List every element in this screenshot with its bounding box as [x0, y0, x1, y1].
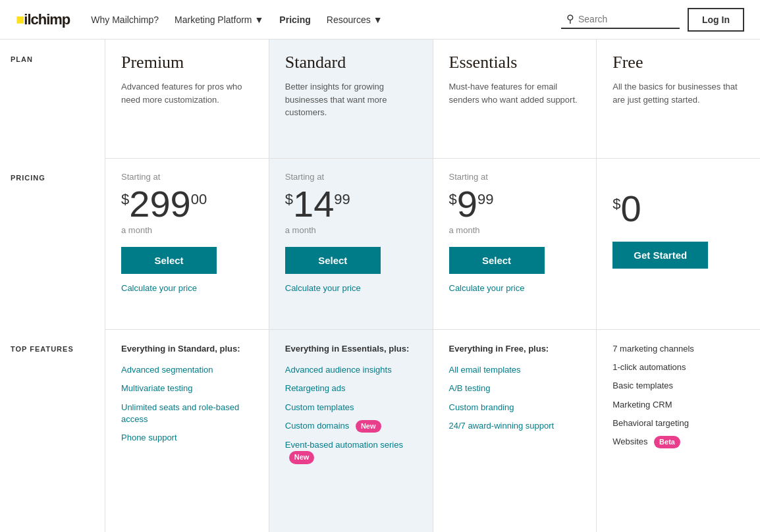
list-item: All email templates	[449, 364, 581, 376]
essentials-calculate-link[interactable]: Calculate your price	[449, 283, 525, 293]
search-icon: ⚲	[566, 13, 574, 25]
essentials-select-button[interactable]: Select	[449, 247, 545, 274]
premium-cents: 00	[191, 191, 207, 208]
essentials-amount: 9	[457, 186, 477, 223]
logo[interactable]: ■ilchimp	[16, 11, 70, 28]
features-row-label: TOP FEATURES	[0, 329, 105, 532]
nav-resources[interactable]: Resources ▼	[327, 14, 383, 25]
standard-calculate-link[interactable]: Calculate your price	[285, 283, 361, 293]
essentials-plan-desc: Must-have features for email senders who…	[449, 80, 581, 106]
standard-plan-column: Standard Better insights for growing bus…	[269, 40, 433, 532]
free-dollar: $	[612, 196, 620, 213]
premium-plan-name: Premium	[121, 53, 253, 72]
list-item: Phone support	[121, 432, 253, 444]
essentials-features: Everything in Free, plus: All email temp…	[433, 329, 597, 532]
list-item: A/B testing	[449, 383, 581, 394]
list-item: Custom templates	[285, 402, 417, 413]
premium-plan-desc: Advanced features for pros who need more…	[121, 80, 253, 106]
free-plan-column: Free All the basics for businesses that …	[597, 40, 760, 532]
free-header: Free All the basics for businesses that …	[597, 40, 760, 158]
free-price-display: $ 0	[612, 190, 641, 227]
list-item: Advanced segmentation	[121, 364, 253, 376]
essentials-price-display: $ 9 99	[449, 186, 494, 223]
premium-header: Premium Advanced features for pros who n…	[105, 40, 269, 158]
free-plan-name: Free	[612, 53, 744, 72]
list-item: Behavioral targeting	[612, 417, 744, 429]
premium-period: a month	[121, 225, 152, 235]
chevron-down-icon: ▼	[373, 14, 383, 25]
standard-select-button[interactable]: Select	[285, 247, 381, 274]
standard-pricing: Starting at $ 14 99 a month Select Calcu…	[269, 158, 433, 329]
list-item: 7 marketing channels	[612, 343, 744, 355]
essentials-dollar: $	[449, 191, 457, 208]
standard-starting-at: Starting at	[285, 172, 324, 182]
nav-pricing[interactable]: Pricing	[279, 14, 310, 25]
list-item: Advanced audience insights	[285, 364, 417, 376]
list-item: 1-click automations	[612, 361, 744, 373]
nav-marketing-platform[interactable]: Marketing Platform ▼	[175, 14, 263, 25]
premium-features: Everything in Standard, plus: Advanced s…	[105, 329, 269, 532]
standard-dollar: $	[285, 191, 293, 208]
premium-dollar: $	[121, 191, 129, 208]
list-item: Marketing CRM	[612, 399, 744, 411]
list-item: Custom domains New	[285, 420, 417, 433]
standard-amount: 14	[293, 186, 334, 223]
nav-links: Why Mailchimp? Marketing Platform ▼ Pric…	[91, 14, 561, 25]
pricing-table: PLAN PRICING TOP FEATURES Premium Advanc…	[0, 40, 760, 532]
essentials-cents: 99	[477, 191, 493, 208]
standard-header: Standard Better insights for growing bus…	[269, 40, 433, 158]
free-pricing: $ 0 Get Started	[597, 158, 760, 329]
standard-features-title: Everything in Essentials, plus:	[285, 343, 417, 355]
standard-cents: 99	[334, 191, 350, 208]
essentials-plan-name: Essentials	[449, 53, 581, 72]
list-item: Event-based automation series New	[285, 439, 417, 464]
list-item: Multivariate testing	[121, 383, 253, 394]
premium-amount: 299	[129, 186, 190, 223]
standard-plan-name: Standard	[285, 53, 417, 72]
nav-why-mailchimp[interactable]: Why Mailchimp?	[91, 14, 159, 25]
list-item: Retargeting ads	[285, 383, 417, 394]
essentials-period: a month	[449, 225, 480, 235]
nav-right: ⚲ Log In	[561, 8, 744, 32]
navigation: ■ilchimp Why Mailchimp? Marketing Platfo…	[0, 0, 760, 40]
essentials-pricing: Starting at $ 9 99 a month Select Calcul…	[433, 158, 597, 329]
premium-pricing: Starting at $ 299 00 a month Select Calc…	[105, 158, 269, 329]
essentials-header: Essentials Must-have features for email …	[433, 40, 597, 158]
login-button[interactable]: Log In	[688, 8, 744, 32]
standard-features: Everything in Essentials, plus: Advanced…	[269, 329, 433, 532]
premium-price-display: $ 299 00	[121, 186, 207, 223]
plan-row-label: PLAN	[0, 40, 105, 158]
list-item: Custom branding	[449, 402, 581, 413]
standard-period: a month	[285, 225, 316, 235]
premium-select-button[interactable]: Select	[121, 247, 217, 274]
essentials-starting-at: Starting at	[449, 172, 488, 182]
standard-plan-desc: Better insights for growing businesses t…	[285, 80, 417, 119]
beta-badge: Beta	[654, 436, 680, 448]
premium-starting-at: Starting at	[121, 172, 160, 182]
free-features: 7 marketing channels 1-click automations…	[597, 329, 760, 532]
premium-calculate-link[interactable]: Calculate your price	[121, 283, 197, 293]
list-item: Websites Beta	[612, 436, 744, 448]
list-item: Unlimited seats and role-based access	[121, 402, 253, 425]
free-amount: 0	[621, 190, 641, 227]
search-input[interactable]	[578, 14, 657, 24]
essentials-features-title: Everything in Free, plus:	[449, 343, 581, 355]
standard-price-display: $ 14 99	[285, 186, 350, 223]
new-badge: New	[289, 451, 315, 464]
list-item: 24/7 award-winning support	[449, 420, 581, 432]
search-box[interactable]: ⚲	[561, 10, 680, 29]
premium-features-title: Everything in Standard, plus:	[121, 343, 253, 355]
list-item: Basic templates	[612, 380, 744, 392]
new-badge: New	[356, 420, 381, 433]
premium-plan-column: Premium Advanced features for pros who n…	[105, 40, 269, 532]
chevron-down-icon: ▼	[255, 14, 264, 25]
label-column: PLAN PRICING TOP FEATURES	[0, 40, 105, 532]
free-plan-desc: All the basics for businesses that are j…	[612, 80, 744, 106]
pricing-row-label: PRICING	[0, 158, 105, 329]
free-get-started-button[interactable]: Get Started	[612, 242, 708, 269]
essentials-plan-column: Essentials Must-have features for email …	[433, 40, 597, 532]
